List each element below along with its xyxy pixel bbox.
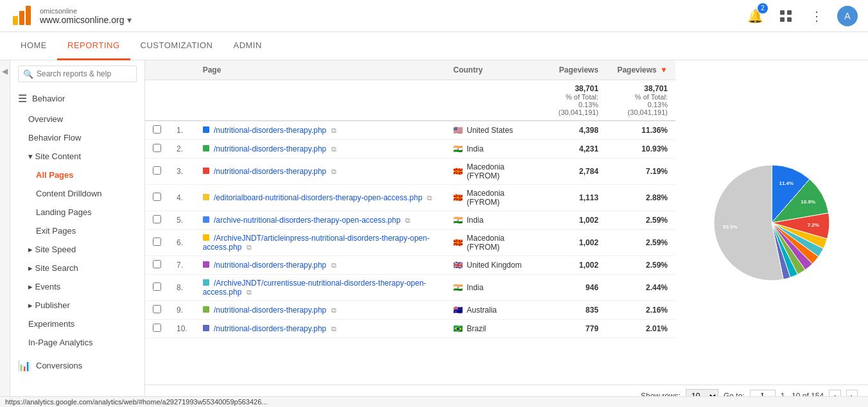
checkbox-2[interactable] xyxy=(153,166,161,175)
sidebar-item-behavior-flow[interactable]: Behavior Flow xyxy=(10,128,144,147)
copy-icon-2[interactable]: ⧉ xyxy=(331,168,336,175)
row-checkbox-4[interactable] xyxy=(145,211,169,230)
avatar[interactable]: A xyxy=(837,6,858,26)
sidebar-item-behavior[interactable]: ☰ Behavior xyxy=(10,87,144,110)
row-checkbox-0[interactable] xyxy=(145,121,169,140)
search-input[interactable] xyxy=(18,65,137,82)
copy-icon-3[interactable]: ⧉ xyxy=(427,194,432,202)
row-pv2-7: 2.44% xyxy=(606,275,675,301)
row-page-4: /archive-nutritional-disorders-therapy-o… xyxy=(195,211,446,230)
table-row: 4. /editorialboard-nutritional-disorders… xyxy=(145,185,675,211)
row-checkbox-9[interactable] xyxy=(145,320,169,338)
sidebar-item-in-page-analytics[interactable]: In-Page Analytics xyxy=(10,333,144,352)
row-checkbox-8[interactable] xyxy=(145,301,169,320)
sidebar-item-site-content[interactable]: ▾ Site Content xyxy=(10,147,144,166)
page-link-5[interactable]: /ArchiveJNDT/articleinpress-nutritional-… xyxy=(203,234,430,252)
sidebar-item-landing-pages[interactable]: Landing Pages xyxy=(10,203,144,221)
checkbox-4[interactable] xyxy=(153,215,161,223)
tab-home[interactable]: HOME xyxy=(10,32,57,60)
copy-icon-6[interactable]: ⧉ xyxy=(331,261,336,269)
table-row: 1. /nutritional-disorders-therapy.php ⧉ … xyxy=(145,121,675,140)
copy-icon-5[interactable]: ⧉ xyxy=(247,243,252,251)
checkbox-8[interactable] xyxy=(153,305,161,313)
row-country-3: 🇲🇰 Macedonia (FYROM) xyxy=(446,185,539,211)
top-bar: omicsonline www.omicsonline.org ▾ 🔔 2 ⋮ … xyxy=(0,0,868,32)
behavior-icon: ☰ xyxy=(18,92,27,105)
th-country[interactable]: Country xyxy=(446,60,539,80)
apps-button[interactable] xyxy=(776,6,796,26)
tab-reporting[interactable]: REPORTING xyxy=(57,32,130,60)
sidebar-item-site-speed[interactable]: ▸ Site Speed xyxy=(10,240,144,259)
flag-icon-8: 🇦🇺 xyxy=(453,306,463,315)
sidebar-item-experiments[interactable]: Experiments xyxy=(10,315,144,333)
country-name-6: United Kingdom xyxy=(467,261,521,270)
row-page-2: /nutritional-disorders-therapy.php ⧉ xyxy=(195,159,446,185)
copy-icon-8[interactable]: ⧉ xyxy=(331,306,336,314)
page-link-7[interactable]: /ArchiveJNDT/currentissue-nutritional-di… xyxy=(203,279,426,297)
tab-customization[interactable]: CUSTOMIZATION xyxy=(130,32,223,60)
notification-button[interactable]: 🔔 2 xyxy=(745,6,765,26)
total-pageviews2: 38,701 xyxy=(614,84,668,93)
sidebar-item-site-search[interactable]: ▸ Site Search xyxy=(10,259,144,277)
checkbox-0[interactable] xyxy=(153,125,161,134)
th-page[interactable]: Page xyxy=(195,60,446,80)
svg-text:11.4%: 11.4% xyxy=(779,180,794,186)
checkbox-7[interactable] xyxy=(153,282,161,291)
svg-rect-3 xyxy=(780,10,785,15)
row-num-1: 2. xyxy=(169,140,195,159)
copy-icon-4[interactable]: ⧉ xyxy=(405,216,410,224)
row-checkbox-5[interactable] xyxy=(145,230,169,256)
checkbox-5[interactable] xyxy=(153,238,161,246)
copy-icon-0[interactable]: ⧉ xyxy=(331,126,336,134)
checkbox-1[interactable] xyxy=(153,144,161,152)
row-checkbox-6[interactable] xyxy=(145,256,169,275)
checkbox-9[interactable] xyxy=(153,324,161,332)
page-link-1[interactable]: /nutritional-disorders-therapy.php xyxy=(214,144,326,153)
row-pv2-0: 11.36% xyxy=(606,121,675,140)
sidebar-item-conversions[interactable]: 📊 Conversions xyxy=(10,354,144,377)
dropdown-icon[interactable]: ▾ xyxy=(127,15,132,25)
page-link-4[interactable]: /archive-nutritional-disorders-therapy-o… xyxy=(214,216,401,225)
page-link-3[interactable]: /editorialboard-nutritional-disorders-th… xyxy=(214,193,422,202)
page-link-9[interactable]: /nutritional-disorders-therapy.php xyxy=(214,324,326,333)
sidebar-item-exit-pages[interactable]: Exit Pages xyxy=(10,221,144,240)
checkbox-6[interactable] xyxy=(153,260,161,268)
tab-admin[interactable]: ADMIN xyxy=(223,32,272,60)
page-link-6[interactable]: /nutritional-disorders-therapy.php xyxy=(214,261,326,270)
row-country-7: 🇮🇳 India xyxy=(446,275,539,301)
more-options-button[interactable]: ⋮ xyxy=(806,6,827,26)
chart-area: 11.4%10.9%7.2%53.3% xyxy=(675,60,868,385)
row-checkbox-3[interactable] xyxy=(145,185,169,211)
country-name-3: Macedonia (FYROM) xyxy=(467,189,532,207)
sidebar-item-events[interactable]: ▸ Events xyxy=(10,277,144,296)
flag-icon-6: 🇬🇧 xyxy=(453,261,463,270)
page-link-2[interactable]: /nutritional-disorders-therapy.php xyxy=(214,167,326,176)
svg-rect-2 xyxy=(26,6,31,25)
copy-icon-9[interactable]: ⧉ xyxy=(331,325,336,333)
sidebar-item-all-pages[interactable]: All Pages xyxy=(10,166,144,184)
copy-icon-1[interactable]: ⧉ xyxy=(331,145,336,153)
page-link-8[interactable]: /nutritional-disorders-therapy.php xyxy=(214,306,326,315)
row-checkbox-7[interactable] xyxy=(145,275,169,301)
th-pageviews2[interactable]: Pageviews ▼ xyxy=(606,60,675,80)
flag-icon-0: 🇺🇸 xyxy=(453,126,463,135)
sidebar-item-content-drilldown[interactable]: Content Drilldown xyxy=(10,184,144,203)
row-country-1: 🇮🇳 India xyxy=(446,140,539,159)
row-pv1-5: 1,002 xyxy=(539,230,606,256)
row-checkbox-1[interactable] xyxy=(145,140,169,159)
top-bar-left: omicsonline www.omicsonline.org ▾ xyxy=(10,4,132,28)
sidebar-item-overview[interactable]: Overview xyxy=(10,110,144,128)
row-num-9: 10. xyxy=(169,320,195,338)
sidebar-collapse-button[interactable]: ◀ xyxy=(0,60,10,407)
total-pct2: % of Total: 0.13% xyxy=(614,93,668,108)
row-checkbox-2[interactable] xyxy=(145,159,169,185)
sidebar-item-conversions-label: Conversions xyxy=(36,361,82,370)
page-link-0[interactable]: /nutritional-disorders-therapy.php xyxy=(214,126,326,135)
copy-icon-7[interactable]: ⧉ xyxy=(247,288,252,296)
ga-logo-icon xyxy=(10,4,33,28)
flag-icon-2: 🇲🇰 xyxy=(453,167,463,176)
checkbox-3[interactable] xyxy=(153,193,161,201)
th-pageviews1[interactable]: Pageviews xyxy=(539,60,606,80)
main-layout: ◀ 🔍 ☰ Behavior Overview Behavior Flow ▾ … xyxy=(0,60,868,407)
sidebar-item-publisher[interactable]: ▸ Publisher xyxy=(10,296,144,315)
